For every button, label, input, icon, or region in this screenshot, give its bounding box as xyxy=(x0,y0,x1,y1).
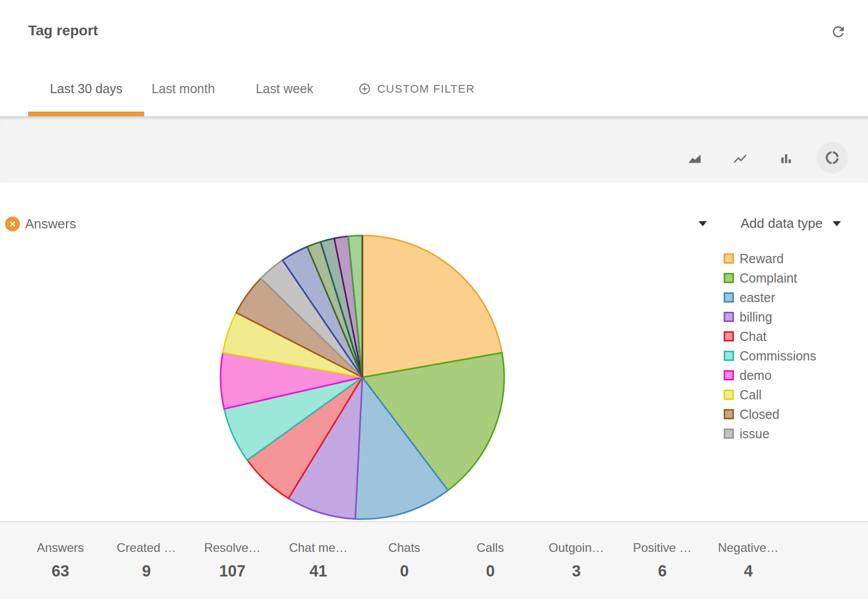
area-chart-icon xyxy=(687,151,702,166)
stat-value: 107 xyxy=(189,562,275,581)
legend-label: Complaint xyxy=(740,271,797,286)
tab-last-30-days[interactable]: Last 30 days xyxy=(28,61,144,116)
legend-swatch xyxy=(724,390,734,400)
legend-label: Chat xyxy=(740,329,767,344)
legend-item-demo[interactable]: demo xyxy=(724,366,816,385)
legend-item-easter[interactable]: easter xyxy=(724,288,816,307)
stats-bar: Answers63Created …9Resolve…107Chat me…41… xyxy=(0,521,868,599)
refresh-button[interactable] xyxy=(830,24,847,41)
stat-label: Answers xyxy=(17,541,103,555)
bar-chart-icon xyxy=(778,151,794,166)
stat-label: Resolve… xyxy=(189,541,275,555)
legend-swatch xyxy=(724,429,734,439)
refresh-icon xyxy=(830,34,847,41)
stat-negative: Negative…4 xyxy=(705,522,791,599)
chevron-down-icon xyxy=(833,221,841,226)
bar-chart-button[interactable] xyxy=(777,150,795,167)
stat-chats: Chats0 xyxy=(361,522,447,599)
stat-label: Calls xyxy=(447,541,533,555)
legend-swatch xyxy=(724,253,734,264)
tab-last-month[interactable]: Last month xyxy=(144,61,222,116)
stat-created: Created …9 xyxy=(103,522,189,599)
legend-item-commissions[interactable]: Commissions xyxy=(724,346,816,366)
tabs: Last 30 daysLast monthLast weekCUSTOM FI… xyxy=(0,61,868,116)
legend-label: issue xyxy=(740,426,769,441)
pie-chart-button[interactable] xyxy=(816,142,848,174)
stat-value: 3 xyxy=(533,562,619,581)
legend-swatch xyxy=(724,351,734,361)
line-chart-button[interactable] xyxy=(731,150,749,167)
legend-label: demo xyxy=(740,368,772,383)
stat-resolve: Resolve…107 xyxy=(189,522,275,599)
stat-positive: Positive …6 xyxy=(619,522,705,599)
chevron-down-icon[interactable] xyxy=(699,221,707,226)
stat-value: 4 xyxy=(705,562,791,581)
legend-swatch xyxy=(724,292,734,303)
tab-label: Last week xyxy=(256,81,314,96)
legend-item-chat[interactable]: Chat xyxy=(724,327,816,346)
legend-item-call[interactable]: Call xyxy=(724,385,816,404)
legend-label: Call xyxy=(740,388,762,402)
line-chart-icon xyxy=(732,151,748,166)
tab-label: CUSTOM FILTER xyxy=(377,82,475,96)
stat-value: 9 xyxy=(103,562,189,581)
stat-label: Chats xyxy=(361,541,447,555)
tab-label: Last month xyxy=(151,81,215,96)
stat-chat-me: Chat me…41 xyxy=(275,522,361,599)
page-title: Tag report xyxy=(28,23,98,39)
add-circle-icon xyxy=(358,82,371,95)
series-chip: ✕ Answers xyxy=(5,216,76,232)
stat-value: 6 xyxy=(619,562,705,581)
legend: RewardComplainteasterbillingChatCommissi… xyxy=(724,249,816,443)
legend-label: billing xyxy=(740,310,772,325)
stat-value: 63 xyxy=(17,562,103,581)
area-chart-button[interactable] xyxy=(686,150,703,167)
header: Tag report xyxy=(0,0,868,61)
legend-swatch xyxy=(724,331,734,341)
stat-answers: Answers63 xyxy=(17,522,103,599)
tab-last-week[interactable]: Last week xyxy=(246,61,323,116)
legend-swatch xyxy=(724,273,734,283)
legend-swatch xyxy=(724,312,734,322)
stat-value: 41 xyxy=(275,562,361,581)
tab-label: Last 30 days xyxy=(50,81,123,96)
stat-calls: Calls0 xyxy=(447,522,533,599)
legend-label: Reward xyxy=(740,251,784,266)
legend-label: Commissions xyxy=(740,349,816,363)
stat-label: Outgoin… xyxy=(533,541,619,555)
add-data-type-label: Add data type xyxy=(741,216,822,231)
legend-item-closed[interactable]: Closed xyxy=(724,404,816,424)
legend-item-reward[interactable]: Reward xyxy=(724,249,816,268)
legend-label: easter xyxy=(740,290,775,305)
legend-item-billing[interactable]: billing xyxy=(724,307,816,327)
legend-item-issue[interactable]: issue xyxy=(724,424,816,443)
stat-label: Chat me… xyxy=(275,541,361,555)
legend-swatch xyxy=(724,370,734,380)
pie-chart xyxy=(219,234,506,521)
stat-label: Created … xyxy=(103,541,189,555)
close-icon[interactable]: ✕ xyxy=(5,217,20,231)
toolbar-band xyxy=(0,116,868,183)
tab-custom-filter[interactable]: CUSTOM FILTER xyxy=(358,61,475,116)
pie-chart-icon xyxy=(824,150,840,165)
stat-value: 0 xyxy=(361,562,447,581)
stat-label: Negative… xyxy=(705,541,791,555)
stat-value: 0 xyxy=(447,562,533,581)
legend-swatch xyxy=(724,409,734,419)
add-data-type-dropdown[interactable]: Add data type xyxy=(741,216,841,231)
legend-label: Closed xyxy=(740,407,779,422)
stat-label: Positive … xyxy=(619,541,705,555)
series-chip-label: Answers xyxy=(25,216,76,232)
stat-outgoin: Outgoin…3 xyxy=(533,522,619,599)
legend-item-complaint[interactable]: Complaint xyxy=(724,268,816,288)
